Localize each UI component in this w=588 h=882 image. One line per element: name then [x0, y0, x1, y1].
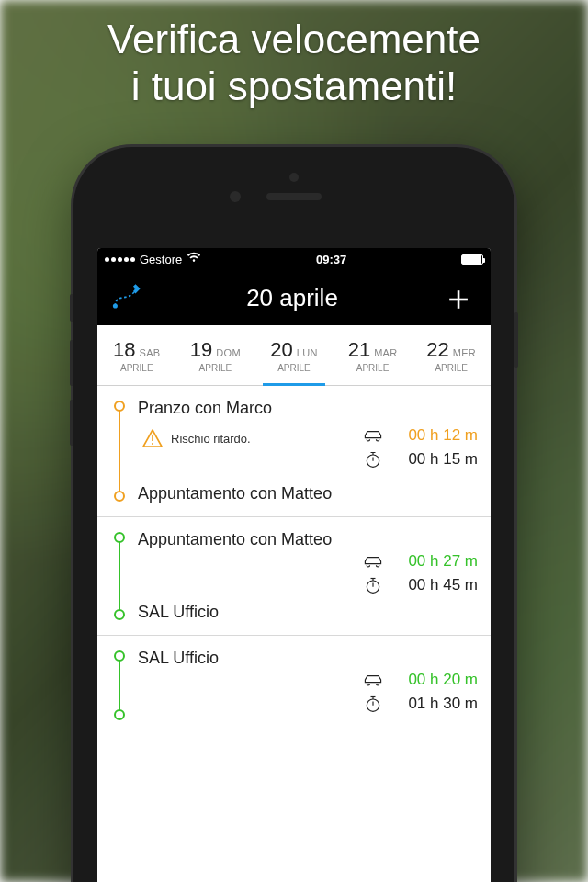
phone-power [514, 312, 518, 368]
trip-item[interactable]: Pranzo con Marco Rischio ritardo. Appunt… [97, 386, 491, 517]
promo-tagline: Verifica velocemente i tuoi spostamenti! [0, 17, 588, 109]
date-cell-2[interactable]: 20LUN APRILE [254, 325, 334, 385]
date-strip: 18SAB APRILE 19DOM APRILE 20LUN APRILE 2… [97, 325, 491, 386]
date-num: 20 [270, 338, 292, 362]
date-num: 19 [190, 338, 212, 362]
timeline-indicator [114, 401, 127, 502]
date-cell-1[interactable]: 19DOM APRILE [176, 325, 255, 385]
add-button[interactable]: ＋ [441, 280, 476, 315]
travel-time: 00 h 20 m [393, 671, 478, 689]
phone-vol-up [70, 340, 74, 386]
car-icon [362, 671, 384, 689]
trip-from: Appuntamento con Matteo [138, 530, 478, 549]
status-time: 09:37 [316, 253, 346, 266]
phone-frame: Gestore 09:37 20 aprile ＋ 18SAB APRILE [74, 147, 514, 882]
trip-metrics: 00 h 12 m 00 h 15 m [362, 426, 478, 469]
date-cell-3[interactable]: 21MAR APRILE [334, 325, 413, 385]
available-time: 01 h 30 m [393, 695, 478, 713]
svg-point-0 [113, 304, 118, 309]
date-num: 21 [348, 338, 370, 362]
status-bar: Gestore 09:37 [97, 248, 491, 270]
date-dow: LUN [297, 347, 318, 358]
travel-time: 00 h 12 m [393, 426, 478, 445]
trip-to: Appuntamento con Matteo [138, 484, 478, 503]
nav-header: 20 aprile ＋ [97, 270, 491, 325]
car-icon [362, 426, 384, 445]
date-month: APRILE [120, 363, 153, 373]
date-month: APRILE [435, 363, 468, 373]
car-icon [362, 552, 384, 571]
date-month: APRILE [356, 363, 390, 373]
date-num: 22 [426, 338, 448, 362]
phone-speaker [266, 193, 322, 200]
trip-item[interactable]: SAL Ufficio 00 h 20 m 01 h 30 m [97, 636, 491, 735]
route-icon[interactable] [112, 282, 143, 313]
trip-metrics: 00 h 20 m 01 h 30 m [362, 671, 478, 713]
carrier-label: Gestore [140, 253, 182, 266]
date-num: 18 [113, 338, 135, 362]
date-dow: MER [453, 347, 476, 358]
date-cell-4[interactable]: 22MER APRILE [412, 325, 491, 385]
stopwatch-icon [362, 450, 384, 469]
nav-title: 20 aprile [246, 284, 338, 312]
warning-icon [141, 427, 164, 449]
available-time: 00 h 15 m [393, 450, 478, 469]
phone-vol-down [70, 400, 74, 446]
timeline-indicator [114, 650, 127, 720]
phone-sensor [289, 173, 299, 182]
battery-icon [461, 254, 483, 265]
stopwatch-icon [362, 576, 384, 594]
trip-metrics: 00 h 27 m 00 h 45 m [362, 552, 478, 594]
warning-text: Rischio ritardo. [171, 432, 251, 446]
signal-dots-icon [105, 257, 135, 262]
date-month: APRILE [277, 363, 311, 373]
date-dow: MAR [374, 347, 397, 358]
date-cell-0[interactable]: 18SAB APRILE [97, 325, 176, 385]
date-dow: SAB [140, 347, 161, 358]
wifi-icon [187, 252, 201, 266]
app-screen: Gestore 09:37 20 aprile ＋ 18SAB APRILE [97, 248, 491, 882]
trip-from: SAL Ufficio [138, 649, 478, 668]
tagline-line1: Verifica velocemente [107, 17, 481, 62]
date-dow: DOM [216, 347, 241, 358]
svg-point-3 [367, 455, 379, 467]
phone-mute-switch [70, 294, 74, 322]
trip-to: SAL Ufficio [138, 603, 478, 622]
available-time: 00 h 45 m [393, 576, 478, 594]
tagline-line2: i tuoi spostamenti! [131, 63, 458, 108]
stopwatch-icon [362, 695, 384, 713]
phone-camera [230, 191, 241, 202]
trip-from: Pranzo con Marco [138, 399, 478, 418]
travel-time: 00 h 27 m [393, 552, 478, 571]
svg-point-2 [152, 443, 153, 445]
trip-list: Pranzo con Marco Rischio ritardo. Appunt… [97, 386, 491, 735]
timeline-indicator [114, 532, 127, 620]
date-month: APRILE [199, 363, 232, 373]
trip-item[interactable]: Appuntamento con Matteo SAL Ufficio 00 h… [97, 517, 491, 636]
